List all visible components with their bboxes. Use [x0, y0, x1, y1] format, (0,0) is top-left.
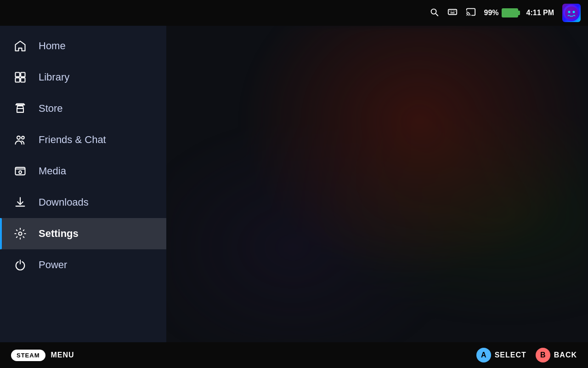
svg-point-17 [22, 136, 24, 139]
avatar-face [563, 5, 580, 21]
keyboard-icon[interactable] [447, 7, 458, 19]
downloads-icon [13, 195, 28, 210]
sidebar-item-power[interactable]: Power [0, 249, 166, 281]
store-icon [13, 101, 28, 116]
home-icon [13, 39, 28, 53]
settings-icon [13, 226, 28, 241]
svg-point-9 [573, 11, 575, 13]
bottom-right-controls: A SELECT B BACK [476, 348, 577, 362]
select-control: A SELECT [476, 348, 526, 362]
steam-menu-group: STEAM MENU [11, 350, 74, 361]
svg-rect-13 [21, 73, 25, 77]
a-button[interactable]: A [476, 348, 491, 362]
background-blur [166, 26, 588, 342]
battery-percent: 99% [484, 9, 499, 17]
sidebar-item-friends[interactable]: Friends & Chat [0, 124, 166, 155]
content-area [166, 26, 588, 342]
sidebar-item-media[interactable]: Media [0, 155, 166, 187]
sidebar-item-downloads-label: Downloads [39, 196, 89, 208]
sidebar-item-power-label: Power [39, 259, 67, 271]
menu-label: MENU [51, 351, 74, 359]
friends-icon [13, 132, 28, 147]
main-area: Home Library Store [0, 26, 588, 342]
media-icon [13, 164, 28, 178]
battery-icon [502, 8, 518, 17]
select-label: SELECT [495, 351, 526, 359]
sidebar-item-downloads[interactable]: Downloads [0, 187, 166, 218]
svg-point-7 [565, 6, 578, 19]
sidebar-item-store-label: Store [39, 103, 63, 115]
sidebar-item-friends-label: Friends & Chat [39, 134, 106, 146]
sidebar-item-store[interactable]: Store [0, 93, 166, 124]
library-icon [13, 70, 28, 85]
svg-point-8 [568, 11, 571, 13]
steam-button[interactable]: STEAM [11, 350, 45, 361]
cast-icon[interactable] [466, 7, 476, 19]
svg-rect-15 [21, 78, 25, 82]
svg-point-19 [19, 171, 22, 173]
clock: 4:11 PM [526, 9, 554, 17]
back-label: BACK [554, 351, 577, 359]
sidebar-item-media-label: Media [39, 165, 66, 177]
svg-rect-0 [448, 9, 456, 14]
svg-point-16 [17, 136, 20, 139]
svg-point-6 [466, 15, 467, 16]
sidebar-item-library[interactable]: Library [0, 62, 166, 93]
power-icon [13, 258, 28, 272]
svg-point-20 [19, 232, 22, 236]
svg-rect-14 [16, 78, 20, 82]
sidebar-item-home[interactable]: Home [0, 30, 166, 62]
status-bar: 99% 4:11 PM [0, 0, 588, 26]
sidebar-item-library-label: Library [39, 71, 69, 83]
avatar[interactable] [562, 4, 581, 22]
sidebar-item-settings-label: Settings [39, 228, 79, 240]
bottom-bar: STEAM MENU A SELECT B BACK [0, 342, 588, 368]
svg-rect-12 [16, 73, 20, 77]
battery-container: 99% [484, 8, 518, 17]
sidebar-item-settings[interactable]: Settings [0, 218, 166, 249]
b-button[interactable]: B [536, 348, 550, 362]
back-control: B BACK [536, 348, 577, 362]
search-icon[interactable] [429, 7, 439, 19]
sidebar-item-home-label: Home [39, 40, 66, 52]
sidebar: Home Library Store [0, 26, 166, 342]
